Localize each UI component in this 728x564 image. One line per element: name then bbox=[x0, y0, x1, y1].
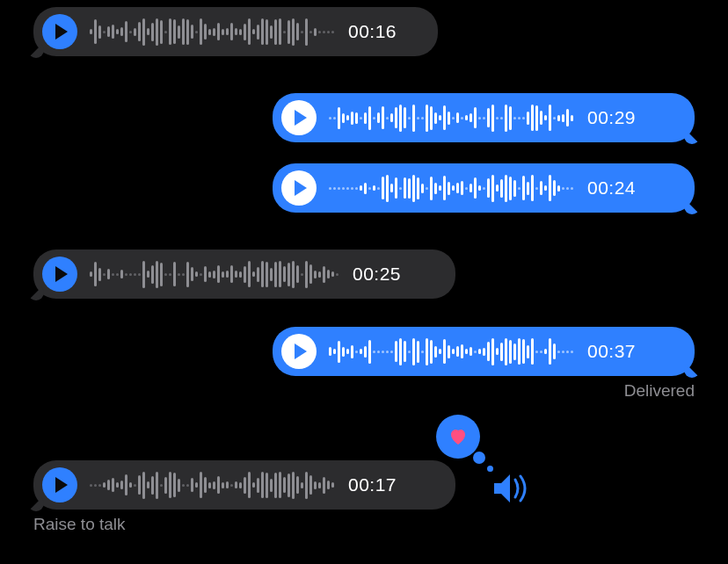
bubble-tail bbox=[28, 285, 44, 300]
bubble-tail bbox=[684, 199, 700, 214]
delivery-status: Delivered bbox=[273, 381, 695, 401]
outgoing-message[interactable]: 00:29 bbox=[273, 93, 695, 142]
bubble-tail bbox=[684, 128, 700, 144]
play-icon bbox=[295, 343, 307, 359]
speaker-icon[interactable] bbox=[491, 473, 529, 508]
heart-reaction[interactable] bbox=[436, 415, 480, 459]
audio-message-bubble[interactable]: 00:29 bbox=[273, 93, 695, 142]
outgoing-message[interactable]: 00:37Delivered bbox=[273, 327, 695, 401]
reaction-tail bbox=[473, 452, 485, 464]
audio-duration: 00:24 bbox=[587, 177, 636, 199]
waveform[interactable] bbox=[90, 469, 334, 501]
play-icon bbox=[55, 477, 68, 493]
audio-message-bubble[interactable]: 00:37 bbox=[273, 327, 695, 376]
incoming-message[interactable]: 00:17Raise to talk bbox=[33, 460, 455, 534]
bubble-tail bbox=[28, 42, 44, 58]
bubble-tail bbox=[28, 495, 44, 511]
audio-duration: 00:25 bbox=[353, 264, 401, 285]
incoming-message[interactable]: 00:16 bbox=[33, 7, 438, 56]
play-icon bbox=[55, 266, 68, 282]
audio-duration: 00:17 bbox=[348, 474, 397, 495]
play-icon bbox=[55, 24, 68, 40]
play-icon bbox=[295, 110, 307, 126]
audio-message-bubble[interactable]: 00:24 bbox=[273, 163, 695, 213]
raise-to-talk-hint: Raise to talk bbox=[33, 515, 455, 534]
play-button[interactable] bbox=[42, 14, 77, 49]
play-button[interactable] bbox=[281, 334, 317, 369]
waveform[interactable] bbox=[329, 102, 573, 134]
play-button[interactable] bbox=[281, 100, 317, 135]
audio-message-bubble[interactable]: 00:25 bbox=[33, 249, 455, 299]
play-icon bbox=[295, 180, 307, 196]
waveform[interactable] bbox=[90, 16, 334, 47]
audio-duration: 00:29 bbox=[587, 107, 636, 128]
bubble-tail bbox=[684, 362, 700, 378]
waveform[interactable] bbox=[329, 172, 573, 204]
audio-duration: 00:37 bbox=[587, 341, 636, 362]
waveform[interactable] bbox=[90, 258, 339, 290]
waveform[interactable] bbox=[329, 336, 573, 367]
audio-message-bubble[interactable]: 00:17 bbox=[33, 460, 455, 510]
play-button[interactable] bbox=[281, 170, 317, 206]
audio-duration: 00:16 bbox=[348, 21, 397, 42]
play-button[interactable] bbox=[42, 467, 77, 503]
incoming-message[interactable]: 00:25 bbox=[33, 249, 455, 299]
reaction-tail bbox=[487, 466, 493, 472]
play-button[interactable] bbox=[42, 257, 77, 292]
audio-message-bubble[interactable]: 00:16 bbox=[33, 7, 438, 56]
outgoing-message[interactable]: 00:24 bbox=[273, 163, 695, 213]
